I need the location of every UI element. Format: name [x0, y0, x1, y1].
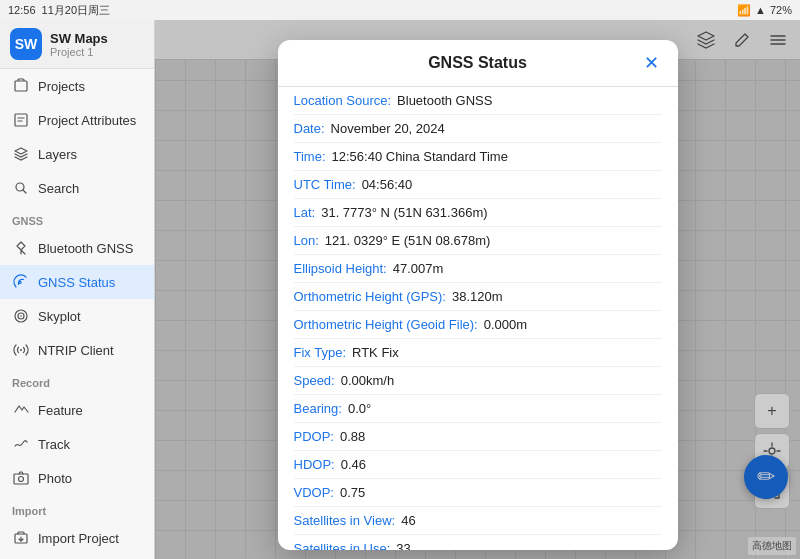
sidebar-item-search[interactable]: Search [0, 171, 154, 205]
sidebar: SW SW Maps Project 1 Projects Project At… [0, 20, 155, 559]
gnss-field-label: Time: [294, 149, 326, 164]
gnss-field-value: 0.000m [484, 317, 662, 332]
gnss-field-value: 31. 7773° N (51N 631.366m) [321, 205, 661, 220]
sidebar-item-projects[interactable]: Projects [0, 69, 154, 103]
gnss-field-row: Location Source:Bluetooth GNSS [294, 87, 662, 115]
sidebar-item-layers[interactable]: Layers [0, 137, 154, 171]
sidebar-item-project-attributes[interactable]: Project Attributes [0, 103, 154, 137]
search-label: Search [38, 181, 79, 196]
photo-icon [12, 469, 30, 487]
gnss-field-value: 0.75 [340, 485, 662, 500]
svg-point-5 [20, 315, 22, 317]
sidebar-item-track[interactable]: Track [0, 427, 154, 461]
gnss-field-row: Ellipsoid Height:47.007m [294, 255, 662, 283]
bluetooth-gnss-label: Bluetooth GNSS [38, 241, 133, 256]
gnss-field-value: 38.120m [452, 289, 662, 304]
gnss-field-value: 46 [401, 513, 661, 528]
gnss-field-row: PDOP:0.88 [294, 423, 662, 451]
wifi-icon: 📶 [737, 4, 751, 17]
gnss-field-row: Fix Type:RTK Fix [294, 339, 662, 367]
gnss-field-value: November 20, 2024 [331, 121, 662, 136]
gnss-field-label: Satellites in View: [294, 513, 396, 528]
gnss-field-row: Bearing:0.0° [294, 395, 662, 423]
gnss-status-modal: GNSS Status ✕ Location Source:Bluetooth … [278, 40, 678, 550]
status-bar-left: 12:56 11月20日周三 [8, 3, 110, 18]
gnss-status-icon [12, 273, 30, 291]
svg-point-6 [20, 349, 22, 351]
gnss-field-row: Speed:0.00km/h [294, 367, 662, 395]
projects-label: Projects [38, 79, 85, 94]
app-header: SW SW Maps Project 1 [0, 20, 154, 69]
sidebar-item-ntrip-client[interactable]: NTRIP Client [0, 333, 154, 367]
gnss-field-label: Date: [294, 121, 325, 136]
track-label: Track [38, 437, 70, 452]
gnss-status-label: GNSS Status [38, 275, 115, 290]
gnss-field-row: VDOP:0.75 [294, 479, 662, 507]
ntrip-icon [12, 341, 30, 359]
modal-close-button[interactable]: ✕ [640, 51, 664, 75]
import-project-label: Import Project [38, 531, 119, 546]
svg-rect-0 [15, 81, 27, 91]
gnss-field-label: UTC Time: [294, 177, 356, 192]
feature-label: Feature [38, 403, 83, 418]
status-bar: 12:56 11月20日周三 📶 ▲ 72% [0, 0, 800, 20]
gnss-field-value: 33 [396, 541, 661, 550]
photo-label: Photo [38, 471, 72, 486]
gnss-field-label: Bearing: [294, 401, 342, 416]
sidebar-item-gnss-status[interactable]: GNSS Status [0, 265, 154, 299]
app-project: Project 1 [50, 46, 108, 58]
modal-title: GNSS Status [428, 54, 527, 72]
app-logo: SW [10, 28, 42, 60]
record-section-label: Record [0, 367, 154, 393]
layers-icon [12, 145, 30, 163]
status-bar-right: 📶 ▲ 72% [737, 4, 792, 17]
gnss-field-value: 12:56:40 China Standard Time [332, 149, 662, 164]
projects-icon [12, 77, 30, 95]
import-section-label: Import [0, 495, 154, 521]
sidebar-item-import-template[interactable]: Import Template [0, 555, 154, 559]
svg-rect-7 [14, 474, 28, 484]
skyplot-icon [12, 307, 30, 325]
gnss-field-row: UTC Time:04:56:40 [294, 171, 662, 199]
gnss-field-row: Satellites in Use:33 [294, 535, 662, 550]
app-info: SW Maps Project 1 [50, 31, 108, 58]
layers-label: Layers [38, 147, 77, 162]
bluetooth-icon [12, 239, 30, 257]
gnss-field-value: 0.0° [348, 401, 662, 416]
status-date: 11月20日周三 [42, 3, 110, 18]
sidebar-item-photo[interactable]: Photo [0, 461, 154, 495]
gnss-field-value: RTK Fix [352, 345, 661, 360]
battery-label: 72% [770, 4, 792, 16]
feature-icon [12, 401, 30, 419]
gnss-field-value: 0.88 [340, 429, 662, 444]
gnss-field-value: 0.00km/h [341, 373, 662, 388]
search-icon [12, 179, 30, 197]
ntrip-client-label: NTRIP Client [38, 343, 114, 358]
gnss-field-row: Orthometric Height (Geoid File):0.000m [294, 311, 662, 339]
import-project-icon [12, 529, 30, 547]
gnss-section-label: GNSS [0, 205, 154, 231]
modal-body: Location Source:Bluetooth GNSSDate:Novem… [278, 87, 678, 550]
sidebar-item-feature[interactable]: Feature [0, 393, 154, 427]
gnss-field-row: HDOP:0.46 [294, 451, 662, 479]
status-time: 12:56 [8, 4, 36, 16]
gnss-field-label: Satellites in Use: [294, 541, 391, 550]
gnss-field-label: Orthometric Height (Geoid File): [294, 317, 478, 332]
gnss-field-label: Lat: [294, 205, 316, 220]
signal-icon: ▲ [755, 4, 766, 16]
gnss-field-label: Speed: [294, 373, 335, 388]
gnss-field-label: Lon: [294, 233, 319, 248]
sidebar-item-skyplot[interactable]: Skyplot [0, 299, 154, 333]
gnss-field-label: Orthometric Height (GPS): [294, 289, 446, 304]
sidebar-item-import-project[interactable]: Import Project [0, 521, 154, 555]
gnss-field-row: Date:November 20, 2024 [294, 115, 662, 143]
skyplot-label: Skyplot [38, 309, 81, 324]
gnss-field-value: 0.46 [341, 457, 662, 472]
gnss-field-row: Orthometric Height (GPS):38.120m [294, 283, 662, 311]
gnss-field-label: HDOP: [294, 457, 335, 472]
svg-point-8 [19, 477, 24, 482]
gnss-field-value: Bluetooth GNSS [397, 93, 661, 108]
sidebar-item-bluetooth-gnss[interactable]: Bluetooth GNSS [0, 231, 154, 265]
gnss-field-value: 47.007m [393, 261, 662, 276]
modal-header: GNSS Status ✕ [278, 40, 678, 87]
